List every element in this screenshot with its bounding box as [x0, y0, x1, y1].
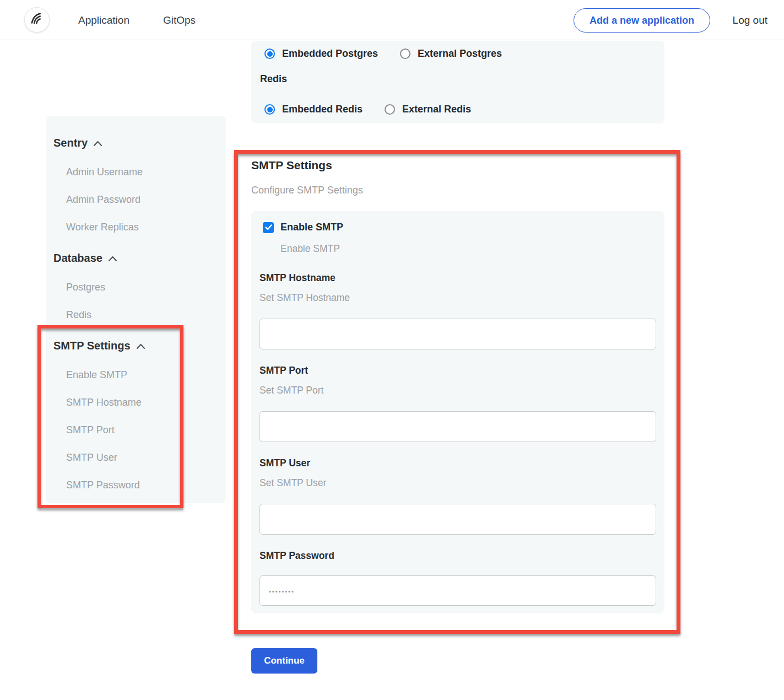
smtp-port-input[interactable]	[259, 411, 656, 442]
top-navbar: Application GitOps Add a new application…	[0, 0, 784, 40]
enable-smtp-row: Enable SMTP	[259, 222, 657, 233]
sidebar-item-smtp-user[interactable]: SMTP User	[53, 450, 216, 465]
sidebar-section-smtp-settings[interactable]: SMTP Settings	[53, 338, 216, 353]
sidebar-section-smtp-label: SMTP Settings	[53, 338, 131, 353]
sidebar-item-postgres[interactable]: Postgres	[53, 280, 216, 294]
smtp-user-label: SMTP User	[259, 457, 657, 469]
radio-external-postgres[interactable]	[400, 49, 410, 59]
sentry-logo-icon	[29, 10, 45, 29]
smtp-hostname-label: SMTP Hostname	[259, 272, 657, 283]
smtp-hostname-helper: Set SMTP Hostname	[259, 292, 657, 303]
database-config-panel: Embedded Postgres External Postgres Redi…	[251, 41, 664, 123]
config-main: Embedded Postgres External Postgres Redi…	[251, 41, 664, 674]
app-logo[interactable]	[24, 7, 50, 33]
smtp-password-input[interactable]	[259, 575, 656, 606]
logout-link[interactable]: Log out	[733, 0, 767, 40]
sidebar-item-enable-smtp[interactable]: Enable SMTP	[53, 368, 216, 382]
radio-embedded-postgres[interactable]	[264, 49, 275, 59]
config-sidebar: Sentry Admin Username Admin Password Wor…	[46, 116, 226, 503]
sidebar-item-smtp-hostname[interactable]: SMTP Hostname	[53, 395, 216, 410]
nav-link-application[interactable]: Application	[78, 0, 129, 40]
continue-button[interactable]: Continue	[251, 648, 317, 674]
smtp-password-label: SMTP Password	[259, 550, 657, 561]
sidebar-item-admin-username[interactable]: Admin Username	[53, 165, 216, 179]
enable-smtp-checkbox[interactable]	[263, 222, 274, 233]
smtp-user-group: SMTP User Set SMTP User	[259, 457, 657, 535]
chevron-up-icon	[108, 256, 117, 262]
radio-embedded-postgres-label: Embedded Postgres	[282, 48, 378, 60]
chevron-up-icon	[93, 141, 102, 147]
check-icon	[265, 224, 272, 230]
smtp-hostname-input[interactable]	[259, 319, 656, 349]
smtp-password-group: SMTP Password	[259, 550, 657, 606]
smtp-section-title: SMTP Settings	[251, 158, 664, 173]
smtp-form-panel: Enable SMTP Enable SMTP SMTP Hostname Se…	[251, 211, 664, 613]
sidebar-item-smtp-password[interactable]: SMTP Password	[53, 478, 216, 492]
sidebar-item-admin-password[interactable]: Admin Password	[53, 192, 216, 207]
chevron-up-icon	[136, 343, 145, 349]
add-new-application-button[interactable]: Add a new application	[574, 8, 710, 33]
postgres-radio-group: Embedded Postgres External Postgres	[264, 48, 656, 60]
radio-external-postgres-label: External Postgres	[418, 48, 502, 60]
redis-group-label: Redis	[260, 72, 656, 86]
smtp-port-label: SMTP Port	[259, 365, 657, 376]
radio-external-redis-label: External Redis	[402, 104, 471, 115]
enable-smtp-label: Enable SMTP	[280, 222, 343, 233]
sidebar-section-sentry[interactable]: Sentry	[53, 136, 216, 150]
redis-radio-group: Embedded Redis External Redis	[264, 104, 656, 115]
sidebar-item-redis[interactable]: Redis	[53, 308, 216, 322]
sidebar-section-sentry-label: Sentry	[53, 136, 88, 150]
smtp-port-helper: Set SMTP Port	[259, 385, 657, 396]
sidebar-item-smtp-port[interactable]: SMTP Port	[53, 423, 216, 437]
radio-embedded-redis[interactable]	[264, 104, 275, 115]
sidebar-item-worker-replicas[interactable]: Worker Replicas	[53, 220, 216, 234]
radio-embedded-redis-label: Embedded Redis	[282, 104, 363, 115]
sidebar-section-database[interactable]: Database	[53, 251, 216, 265]
radio-external-redis[interactable]	[385, 104, 395, 115]
smtp-port-group: SMTP Port Set SMTP Port	[259, 365, 657, 442]
smtp-user-input[interactable]	[259, 504, 656, 535]
nav-link-gitops[interactable]: GitOps	[163, 0, 196, 40]
sidebar-section-database-label: Database	[53, 251, 102, 265]
smtp-settings-section: SMTP Settings Configure SMTP Settings En…	[251, 158, 664, 674]
enable-smtp-helper: Enable SMTP	[280, 243, 657, 254]
smtp-section-subtitle: Configure SMTP Settings	[251, 184, 664, 196]
smtp-user-helper: Set SMTP User	[259, 477, 657, 488]
smtp-hostname-group: SMTP Hostname Set SMTP Hostname	[259, 272, 657, 349]
